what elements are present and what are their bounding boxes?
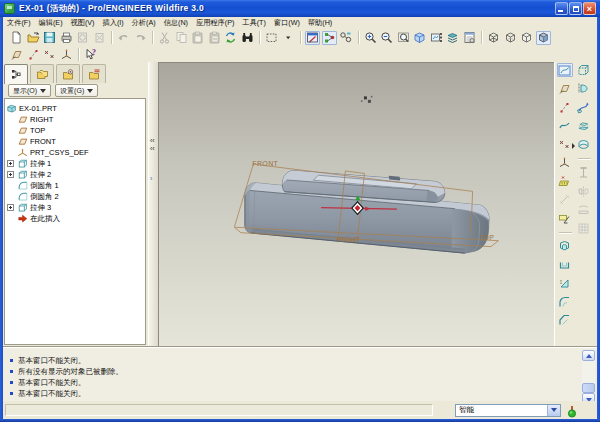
tree-item[interactable]: TOP — [5, 125, 145, 136]
hidden-line-icon[interactable] — [503, 31, 518, 45]
sweep-tool-icon[interactable] — [576, 100, 592, 114]
show-button[interactable]: 显示(O) — [8, 84, 51, 97]
navigator-sash[interactable]: ‹‹ ‹‹ › — [148, 62, 158, 346]
refit-icon[interactable] — [396, 31, 411, 45]
front-datum-label[interactable]: FRONT — [252, 160, 278, 167]
sash-collapse-icon[interactable]: ‹‹ — [150, 146, 155, 152]
sketched-curve-icon[interactable] — [557, 193, 573, 207]
message-scrollbar[interactable] — [582, 350, 595, 402]
connections-tab-icon[interactable] — [82, 64, 106, 83]
datum-point-tool-icon[interactable] — [42, 47, 57, 61]
wireframe-icon[interactable] — [486, 31, 501, 45]
hole-icon[interactable] — [557, 240, 573, 254]
saved-views-icon[interactable] — [429, 31, 444, 45]
find-icon[interactable] — [240, 31, 255, 45]
datum-point-tool-icon[interactable] — [557, 137, 573, 151]
menu-item[interactable]: 编辑(E) — [35, 18, 67, 28]
delete-icon[interactable] — [92, 31, 107, 45]
extrude-tool-icon[interactable] — [576, 63, 592, 77]
blend-tool-icon[interactable] — [576, 119, 592, 133]
tree-item[interactable]: PRT_CSYS_DEF — [5, 147, 145, 158]
paste-icon[interactable] — [190, 31, 205, 45]
tree-item[interactable]: 拉伸 1 — [5, 158, 145, 169]
menu-item[interactable]: 工具(T) — [238, 18, 270, 28]
layers-icon[interactable] — [445, 31, 460, 45]
revolve-tool-icon[interactable] — [576, 82, 592, 96]
datum-graph-icon[interactable] — [557, 211, 573, 225]
pattern-icon[interactable] — [576, 221, 592, 235]
save-icon[interactable] — [42, 31, 57, 45]
boundary-blend-icon[interactable] — [576, 137, 592, 151]
flyout-arrow-icon[interactable] — [281, 31, 296, 45]
chamfer-icon[interactable] — [557, 314, 573, 328]
shaded-icon[interactable] — [536, 31, 551, 45]
new-icon[interactable] — [9, 31, 24, 45]
tree-item[interactable]: EX-01.PRT — [6, 103, 145, 114]
tree-item[interactable]: FRONT — [5, 136, 145, 147]
regenerate-icon[interactable] — [223, 31, 238, 45]
expand-icon[interactable] — [7, 160, 14, 167]
undo-icon[interactable] — [116, 31, 131, 45]
mirror-icon[interactable] — [576, 184, 592, 198]
offset-point-icon[interactable] — [557, 174, 573, 188]
view-manager-icon[interactable] — [462, 31, 477, 45]
rib-icon[interactable] — [576, 166, 592, 180]
erase-display-icon[interactable] — [75, 31, 90, 45]
datum-csys-tool-icon[interactable] — [557, 156, 573, 170]
repaint-icon[interactable] — [305, 31, 320, 45]
round-tool-icon[interactable] — [557, 295, 573, 309]
cut-icon[interactable] — [157, 31, 172, 45]
folder-browser-tab-icon[interactable] — [30, 64, 54, 83]
scroll-thumb[interactable] — [582, 383, 595, 393]
menu-item[interactable]: 应用程序(P) — [192, 18, 238, 28]
settings-button[interactable]: 设置(G) — [55, 84, 98, 97]
menu-item[interactable]: 帮助(H) — [304, 18, 336, 28]
context-help-icon[interactable]: ? — [83, 47, 98, 61]
datum-curve-tool-icon[interactable] — [557, 119, 573, 133]
tree-item[interactable]: 拉伸 2 — [5, 169, 145, 180]
close-button[interactable]: × — [583, 2, 596, 15]
menu-item[interactable]: 文件(F) — [3, 18, 35, 28]
zoom-out-icon[interactable] — [379, 31, 394, 45]
menu-item[interactable]: 视图(V) — [67, 18, 99, 28]
spin-center-icon[interactable] — [322, 31, 337, 45]
orient-mode-icon[interactable] — [338, 31, 353, 45]
select-box-icon[interactable] — [264, 31, 279, 45]
datum-plane-tool-icon[interactable] — [9, 47, 24, 61]
sash-collapse-icon[interactable]: ‹‹ — [150, 138, 155, 144]
reorient-icon[interactable] — [412, 31, 427, 45]
copy-icon[interactable] — [174, 31, 189, 45]
merge-icon[interactable] — [576, 203, 592, 217]
favorites-tab-icon[interactable] — [56, 64, 80, 83]
top-datum-label[interactable]: TOP — [479, 234, 494, 241]
model-tree-tab-icon[interactable] — [4, 64, 28, 84]
menu-item[interactable]: 插入(I) — [99, 18, 128, 28]
menu-item[interactable]: 分析(A) — [128, 18, 160, 28]
tree-item[interactable]: 拉伸 3 — [5, 202, 145, 213]
tree-item[interactable]: 倒圆角 2 — [5, 191, 145, 202]
tree-item[interactable]: 倒圆角 1 — [5, 180, 145, 191]
open-icon[interactable] — [26, 31, 41, 45]
right-datum-label[interactable]: RIGHT — [337, 236, 361, 243]
print-icon[interactable] — [59, 31, 74, 45]
sketch-tool-icon[interactable] — [557, 63, 573, 77]
expand-icon[interactable] — [7, 171, 14, 178]
shell-icon[interactable] — [557, 258, 573, 272]
graphics-viewport[interactable]: FRONT RIGHT TOP — [158, 62, 554, 346]
scroll-up-icon[interactable] — [582, 350, 595, 361]
draft-icon[interactable] — [557, 277, 573, 291]
expand-icon[interactable] — [7, 204, 14, 211]
datum-csys-tool-icon[interactable] — [59, 47, 74, 61]
tree-item[interactable]: 在此插入 — [5, 213, 145, 224]
menu-item[interactable]: 窗口(W) — [270, 18, 304, 28]
filter-combobox[interactable]: 智能 — [455, 404, 561, 417]
no-hidden-icon[interactable] — [519, 31, 534, 45]
combo-dropdown-icon[interactable] — [547, 405, 560, 416]
menu-item[interactable]: 信息(N) — [160, 18, 192, 28]
sash-expand-icon[interactable]: › — [150, 176, 152, 182]
minimize-button[interactable] — [555, 2, 568, 15]
paste-special-icon[interactable] — [207, 31, 222, 45]
maximize-button[interactable] — [569, 2, 582, 15]
datum-plane-tool-icon[interactable] — [557, 82, 573, 96]
datum-axis-tool-icon[interactable] — [557, 100, 573, 114]
